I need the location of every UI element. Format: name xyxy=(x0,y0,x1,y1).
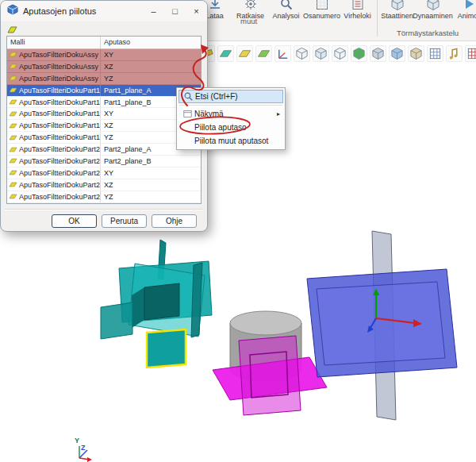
cell-malli: ApuTasoFiltteriDokuAssy xyxy=(19,49,101,60)
table-row[interactable]: ApuTasoFiltteriDokuPart1 Part1_plane_A xyxy=(7,85,201,97)
table-row[interactable]: ApuTasoFiltteriDokuPart1 Part1_plane_B xyxy=(7,97,201,109)
assembly-blue-planes[interactable] xyxy=(307,231,457,420)
plane-green-icon[interactable] xyxy=(255,45,272,62)
ribbon-button-label: Virheloki xyxy=(344,12,370,20)
plane-icon xyxy=(7,121,19,130)
plane-icon xyxy=(7,156,19,165)
cell-malli: ApuTasoFiltteriDokuAssy xyxy=(19,73,101,84)
column-header-aputaso[interactable]: Aputaso xyxy=(101,37,201,48)
cell-malli: ApuTasoFiltteriDokuAssy xyxy=(19,61,101,72)
cube-blue-icon[interactable] xyxy=(389,45,405,62)
cell-malli: ApuTasoFiltteriDokuPart1 xyxy=(19,85,101,96)
table-row[interactable]: ApuTasoFiltteriDokuPart1 XY xyxy=(7,108,201,120)
peruuta-button[interactable]: Peruuta xyxy=(102,214,147,228)
ohje-button[interactable]: Ohje xyxy=(152,214,197,228)
cube-wire-icon[interactable] xyxy=(332,45,348,62)
menu-separator xyxy=(179,105,282,106)
cell-malli: ApuTasoFiltteriDokuPart1 xyxy=(19,97,101,108)
ribbon-group-label-collision: Törmäystarkastelu xyxy=(381,29,474,37)
menu-item-etsi[interactable]: Etsi (Ctrl+F) xyxy=(178,90,283,103)
plane-icon xyxy=(7,192,19,201)
plane-icon xyxy=(7,110,19,118)
menu-item-label: Piilota aputaso xyxy=(194,123,247,132)
gear-icon xyxy=(244,0,258,11)
ribbon-button-label: Lataa xyxy=(205,12,224,20)
chart-icon[interactable] xyxy=(465,45,476,62)
window-icon xyxy=(180,109,194,119)
table-row[interactable]: ApuTasoFiltteriDokuAssy XY xyxy=(7,49,201,61)
column-header-malli[interactable]: Malli xyxy=(7,37,101,48)
plane-table-header[interactable]: Malli Aputaso xyxy=(7,37,201,49)
triad-z-label: Z xyxy=(81,444,86,452)
ribbon-button-label: Staattinen xyxy=(381,12,413,20)
dialog-title-bar[interactable]: Aputasojen piilotus – □ × xyxy=(1,1,207,21)
table-row[interactable]: ApuTasoFiltteriDokuPart2 YZ xyxy=(7,191,201,203)
cube-icon xyxy=(426,0,440,11)
play-icon xyxy=(462,0,476,11)
cell-malli: ApuTasoFiltteriDokuPart2 xyxy=(19,167,101,179)
table-row[interactable]: ApuTasoFiltteriDokuPart2 XZ xyxy=(7,179,201,191)
ribbon-button-osanumero[interactable]: Osanumero xyxy=(304,0,340,20)
part2-cylinder-model[interactable] xyxy=(213,311,327,415)
triad-y-label: Y xyxy=(75,437,79,445)
plane-icon xyxy=(7,133,19,142)
menu-item-nakyma[interactable]: Näkymä ▸ xyxy=(178,107,283,121)
cube-gray-icon[interactable] xyxy=(370,45,386,62)
minimize-button[interactable]: – xyxy=(143,1,164,21)
cell-aputaso: XY xyxy=(101,169,201,177)
plane-icon xyxy=(7,62,19,71)
table-row[interactable]: ApuTasoFiltteriDokuAssy YZ xyxy=(7,73,201,85)
table-row[interactable]: ApuTasoFiltteriDokuAssy XZ xyxy=(7,61,201,73)
plane-icon xyxy=(7,50,19,59)
download-icon xyxy=(208,0,222,11)
ribbon-button-virheloki[interactable]: Virheloki xyxy=(340,0,375,20)
ribbon-button-animoi[interactable]: Animoi xyxy=(451,0,476,20)
plane-icon xyxy=(7,98,19,106)
cell-malli: ApuTasoFiltteriDokuPart2 xyxy=(19,191,101,202)
table-row[interactable]: ApuTasoFiltteriDokuPart1 YZ xyxy=(7,132,201,144)
maximize-button[interactable]: □ xyxy=(164,1,186,21)
menu-item-piilota-muut-aputasot[interactable]: Piilota muut aputasot xyxy=(178,134,283,148)
cube-white-icon[interactable] xyxy=(294,45,310,62)
ribbon-button-staattinen[interactable]: Staattinen xyxy=(379,0,415,20)
cube-icon xyxy=(390,0,405,11)
close-button[interactable]: × xyxy=(186,1,207,21)
window-controls: – □ × xyxy=(143,1,207,21)
dialog-buttons: OKPeruutaOhje xyxy=(52,214,197,228)
plane-table-body: ApuTasoFiltteriDokuAssy XY ApuTasoFiltte… xyxy=(7,49,201,203)
submenu-arrow-icon: ▸ xyxy=(277,110,280,117)
note-icon[interactable] xyxy=(446,45,463,62)
context-menu: Etsi (Ctrl+F) Näkymä ▸ Piilota aputaso P… xyxy=(176,87,286,150)
selected-plane-highlight[interactable] xyxy=(147,329,186,368)
list-icon xyxy=(351,0,365,11)
cell-malli: ApuTasoFiltteriDokuPart2 xyxy=(19,179,101,191)
plane-icon xyxy=(7,168,19,177)
table-row[interactable]: ApuTasoFiltteriDokuPart1 XZ xyxy=(7,120,201,132)
plane-teal-icon[interactable] xyxy=(217,45,234,62)
plane-yellow-icon[interactable] xyxy=(236,45,253,62)
cell-aputaso: Part2_plane_B xyxy=(101,157,201,165)
ribbon-button-dynaaminen[interactable]: Dynaaminen xyxy=(415,0,451,20)
dialog-app-icon xyxy=(7,4,18,18)
grid-blue-icon[interactable] xyxy=(427,45,443,62)
menu-item-piilota-aputaso[interactable]: Piilota aputaso xyxy=(178,121,283,134)
ribbon-button-label: Dynaaminen xyxy=(413,12,453,20)
section-cube-icon[interactable] xyxy=(408,45,424,62)
cell-aputaso: XZ xyxy=(101,181,201,189)
cell-malli: ApuTasoFiltteriDokuPart1 xyxy=(19,108,101,119)
plane-icon xyxy=(7,74,19,83)
view-toolbar xyxy=(198,45,476,62)
menu-item-label: Etsi (Ctrl+F) xyxy=(195,92,238,101)
dialog-title: Aputasojen piilotus xyxy=(23,6,96,16)
cell-malli: ApuTasoFiltteriDokuPart1 xyxy=(19,120,101,131)
table-row[interactable]: ApuTasoFiltteriDokuPart2 Part2_plane_B xyxy=(7,156,201,167)
cell-aputaso: XY xyxy=(101,51,201,59)
ribbon-button-analysoi[interactable]: Analysoi xyxy=(268,0,304,20)
cube-green-icon[interactable] xyxy=(351,45,367,62)
table-row[interactable]: ApuTasoFiltteriDokuPart2 Part2_plane_A xyxy=(7,144,201,156)
ok-button[interactable]: OK xyxy=(52,214,97,228)
table-row[interactable]: ApuTasoFiltteriDokuPart2 XY xyxy=(7,167,201,179)
cube-shaded-icon[interactable] xyxy=(313,45,329,62)
axes-icon[interactable] xyxy=(274,45,291,62)
part1-teal-model[interactable] xyxy=(101,240,212,339)
